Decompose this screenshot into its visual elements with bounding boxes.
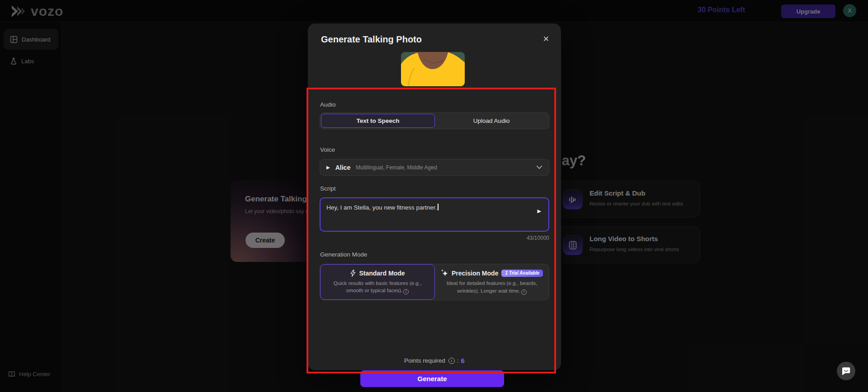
annotation-rectangle [307,88,556,373]
support-chat-button[interactable] [837,362,855,380]
chat-bubble-icon [841,366,851,376]
app-root: lay? Generate Talking V Let your video/p… [0,0,868,392]
uploaded-photo-thumbnail [401,52,465,86]
modal-title: Generate Talking Photo [321,34,422,45]
close-icon[interactable]: ✕ [543,34,549,44]
